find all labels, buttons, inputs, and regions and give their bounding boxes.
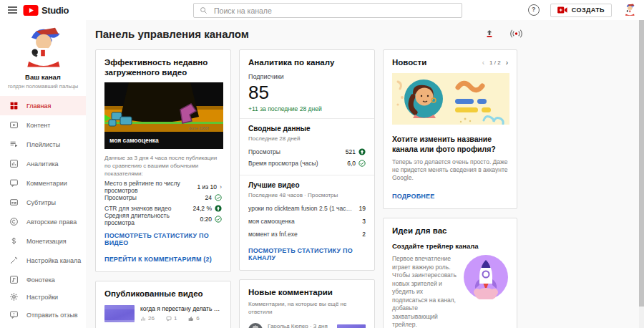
likes-count: 6: [196, 315, 199, 322]
pager-prev-icon[interactable]: ‹: [482, 59, 484, 67]
sidebar-item-label: Аналитика: [26, 160, 59, 168]
feedback-icon: [9, 310, 19, 319]
top-video-row[interactable]: уроки по clickteam fusion 2.5 (1 часть) …: [248, 205, 366, 212]
video-stats-link[interactable]: ПОСМОТРЕТЬ СТАТИСТИКУ ПО ВИДЕО: [104, 232, 222, 246]
news-more-link[interactable]: ПОДРОБНЕЕ: [392, 193, 434, 200]
commenter-avatar: [248, 323, 263, 328]
dashboard-icon: [9, 101, 19, 110]
sidebar: Ваш канал голдэн поломавший пальцы Главн…: [0, 20, 86, 328]
sidebar-item-settings[interactable]: Настройки: [0, 288, 86, 306]
arrow-up-circle-icon: [358, 148, 366, 155]
card-title: Опубликованные видео: [104, 289, 222, 299]
comments-subtitle: Комментарии, на которые вы ещё не ответи…: [248, 300, 366, 316]
comment-row[interactable]: Гарольд Кюпер · 3 дня назад Он как запел…: [248, 323, 366, 328]
divider: [240, 175, 374, 175]
metric-value: 521: [346, 148, 356, 155]
upload-video-icon[interactable]: [484, 29, 494, 39]
page-header: Панель управления каналом: [86, 20, 644, 47]
latest-video-caption: моя самооценка: [109, 137, 159, 144]
comments-icon: [166, 316, 172, 322]
logo-text: Studio: [42, 5, 69, 16]
scrollbar-thumb[interactable]: [639, 20, 644, 307]
search-box[interactable]: [193, 3, 462, 18]
rocket-illustration: [464, 255, 508, 299]
sidebar-item-label: Главная: [26, 102, 51, 110]
comments-icon: [9, 178, 19, 188]
views-icon: [140, 316, 146, 322]
svg-text:dome 22608: dome 22608: [189, 126, 209, 130]
help-icon[interactable]: ?: [528, 4, 540, 16]
sidebar-item-content[interactable]: Контент: [0, 115, 86, 135]
sidebar-item-label: Настройки: [26, 294, 58, 301]
analytics-icon: [9, 159, 19, 168]
search-input[interactable]: [213, 6, 456, 16]
channel-stats-link[interactable]: ПОСМОТРЕТЬ СТАТИСТИКУ ПО КАНАЛУ: [248, 247, 366, 261]
top-video-row[interactable]: момент из fnf.exe 2: [248, 231, 366, 238]
subscribers-label: Подписчики: [248, 73, 366, 80]
youtube-studio-logo[interactable]: Studio: [23, 5, 69, 16]
channel-analytics-card: Аналитика по каналу Подписчики 85 +11 за…: [239, 49, 375, 271]
performance-intro: Данные за 3 дня 4 часа после публикации …: [104, 154, 222, 178]
sidebar-item-comments[interactable]: Комментарии: [0, 173, 86, 193]
metric-label: Время просмотра (часы): [248, 160, 318, 167]
summary-metrics: Просмотры 521 Время просмотра (часы) 6,0: [248, 146, 366, 169]
channel-avatar[interactable]: [19, 26, 67, 69]
video-title: когда я перестану делать щитпосты?: [140, 305, 222, 312]
sidebar-item-dashboard[interactable]: Главная: [0, 96, 86, 115]
card-title: Эффективность недавно загруженного видео: [104, 57, 222, 77]
performance-links: ПОСМОТРЕТЬ СТАТИСТИКУ ПО ВИДЕО ПЕРЕЙТИ К…: [104, 224, 222, 264]
metric-label: CTR для значков видео: [104, 205, 171, 212]
metric-label: Просмотры: [248, 148, 280, 155]
metric-row-ranking[interactable]: Место в рейтинге по числу просмотров 1 и…: [104, 181, 222, 192]
pager-position: 1 / 2: [489, 59, 501, 66]
sidebar-item-copyright[interactable]: Авторские права: [0, 212, 86, 231]
page-scrollbar[interactable]: [639, 20, 644, 328]
playlists-icon: [9, 140, 19, 149]
summary-period: Последние 28 дней: [248, 135, 366, 143]
latest-video-thumbnail[interactable]: dome 22608 моя самооценка: [104, 82, 223, 149]
column-2: Аналитика по каналу Подписчики 85 +11 за…: [239, 49, 375, 328]
metric-row-channel-views: Просмотры 521: [248, 146, 366, 158]
settings-icon: [9, 292, 19, 302]
create-video-icon: [557, 6, 567, 14]
top-video-row[interactable]: моя самооценка 3: [248, 218, 366, 225]
news-illustration: [392, 73, 509, 125]
copyright-icon: [9, 217, 19, 226]
go-live-icon[interactable]: [510, 29, 522, 38]
comment-video-thumbnail: [337, 324, 366, 328]
pager-next-icon[interactable]: ›: [506, 59, 508, 67]
comment-body: Гарольд Кюпер · 3 дня назад Он как запел…: [268, 323, 332, 328]
create-button[interactable]: СОЗДАТЬ: [550, 4, 612, 17]
metric-label: Место в рейтинге по числу просмотров: [104, 180, 197, 194]
hamburger-menu-icon[interactable]: [0, 6, 23, 14]
subscribers-delta: +11 за последние 28 дней: [248, 105, 366, 112]
comment-author: Гарольд Кюпер: [268, 323, 308, 328]
sidebar-item-label: Фонотека: [26, 276, 55, 284]
main-content: Панель управления каналом Эффективность …: [86, 20, 644, 328]
sidebar-item-label: Монетизация: [26, 238, 67, 245]
ideas-content: Первое впечатление играет важную роль. Ч…: [392, 255, 508, 328]
top-video-views: 2: [362, 231, 366, 238]
account-avatar[interactable]: [623, 3, 637, 17]
sidebar-item-label: Контент: [26, 122, 50, 129]
create-button-label: СОЗДАТЬ: [572, 6, 605, 14]
news-card: Новости ‹ 1 / 2 ›: [383, 49, 517, 209]
metric-value: 24: [205, 194, 212, 201]
monetization-icon: [9, 236, 19, 246]
sidebar-item-customization[interactable]: Настройка канала: [0, 251, 86, 270]
sidebar-item-analytics[interactable]: Аналитика: [0, 154, 86, 173]
video-info: когда я перестану делать щитпосты? 26 1 …: [140, 305, 222, 322]
sidebar-footer: Настройки Отправить отзыв: [0, 288, 86, 324]
sidebar-item-playlists[interactable]: Плейлисты: [0, 135, 86, 154]
sidebar-item-label: Субтитры: [26, 199, 56, 206]
sidebar-item-subtitles[interactable]: Субтитры: [0, 193, 86, 212]
card-title: Новые комментарии: [248, 287, 366, 297]
subscribers-count: 85: [248, 82, 366, 103]
sidebar-item-feedback[interactable]: Отправить отзыв: [0, 306, 86, 324]
published-video-row[interactable]: когда я перестану делать щитпосты? 26 1 …: [104, 305, 222, 322]
check-circle-icon: [215, 216, 222, 223]
dashboard-columns: Эффективность недавно загруженного видео: [86, 47, 644, 328]
video-comments-link[interactable]: ПЕРЕЙТИ К КОММЕНТАРИЯМ (2): [104, 256, 212, 263]
sidebar-item-monetization[interactable]: Монетизация: [0, 231, 86, 251]
sidebar-item-library[interactable]: Фонотека: [0, 270, 86, 289]
